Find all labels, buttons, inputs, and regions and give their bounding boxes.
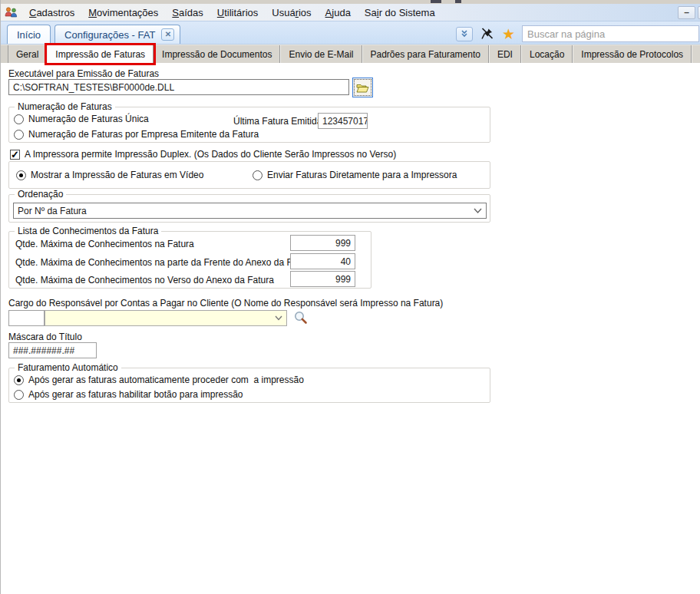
radio-faturamento-botao[interactable]: Após gerar as faturas habilitar botão pa… <box>14 389 243 400</box>
menu-movimentacoes[interactable]: Movimentações <box>81 5 165 20</box>
mascara-label: Máscara do Título <box>8 332 82 342</box>
menu-ajuda[interactable]: Ajuda <box>319 5 358 20</box>
radio-circle[interactable] <box>14 130 24 140</box>
radio-enviar-impressora[interactable]: Enviar Faturas Diretamente para a Impres… <box>253 170 457 180</box>
search-lookup-icon[interactable] <box>293 310 309 325</box>
qtde-frente-anexo-input[interactable]: 40 <box>290 253 355 269</box>
tab-configuracoes-label: Configurações - FAT <box>64 29 155 41</box>
tab-impressao-de-faturas[interactable]: Impressão de Faturas <box>47 45 154 63</box>
tab-envio-de-email[interactable]: Envio de E-Mail <box>280 45 362 63</box>
ordenacao-select[interactable]: Por Nº da Fatura <box>13 203 487 219</box>
tab-notas-fiscais-de-servico[interactable]: Notas Fiscais de Serviço <box>692 45 700 63</box>
radio-circle-selected[interactable] <box>14 375 24 385</box>
radio-circle-selected[interactable] <box>16 170 26 180</box>
menu-cadastros[interactable]: Cadastros <box>22 5 81 20</box>
tab-edi[interactable]: EDI <box>489 45 521 63</box>
duplex-checkbox-row[interactable]: ✓ A Impressora permite Impressão Duplex.… <box>10 149 396 160</box>
tab-padroes-para-faturamento[interactable]: Padrões para Faturamento <box>362 45 489 63</box>
minimize-button[interactable]: – <box>678 6 695 19</box>
search-input[interactable] <box>522 25 699 42</box>
faturamento-groupbox: Faturamento Automático Após gerar as fat… <box>8 368 490 403</box>
clipped-titlebar-text <box>455 0 461 3</box>
tab-impressao-de-documentos[interactable]: Impressão de Documentos <box>154 45 280 63</box>
radio-numeracao-unica[interactable]: Numeração de Faturas Única <box>14 114 149 124</box>
qtde-verso-anexo-input[interactable]: 999 <box>290 271 355 287</box>
cargo-codigo-input[interactable] <box>8 310 45 326</box>
tab-locacao[interactable]: Locação <box>521 45 573 63</box>
tab-inicio[interactable]: Início <box>7 25 51 44</box>
qtde-fatura-input[interactable]: 999 <box>290 235 355 251</box>
tab-impressao-de-protocolos[interactable]: Impressão de Protocolos <box>573 45 692 63</box>
radio-circle[interactable] <box>14 114 24 124</box>
users-icon <box>5 7 18 18</box>
radio-faturamento-automatico[interactable]: Após gerar as faturas automaticamente pr… <box>14 375 304 385</box>
application-window: Cadastros Movimentações Saídas Utilitári… <box>0 0 700 594</box>
settings-form: Executável para Emissão de Faturas C:\SO… <box>1 63 700 594</box>
browse-folder-button[interactable] <box>352 78 373 97</box>
tab-geral[interactable]: Geral <box>8 45 47 63</box>
qtde-verso-anexo-label: Qtde. Máxima de Conhecimentos no Verso d… <box>15 275 274 285</box>
mascara-input[interactable]: ###.######.## <box>8 342 97 358</box>
open-folder-icon <box>356 83 369 93</box>
ultima-fatura-label: Última Fatura Emitida <box>233 116 322 127</box>
tab-inicio-label: Início <box>17 29 41 41</box>
faturamento-title: Faturamento Automático <box>15 362 121 373</box>
menu-bar: Cadastros Movimentações Saídas Utilitári… <box>1 4 700 21</box>
saida-groupbox: Mostrar a Impressão de Faturas em Vídeo … <box>8 161 490 189</box>
menu-usuarios[interactable]: Usuários <box>265 5 318 20</box>
qtde-fatura-label: Qtde. Máxima de Conhecimentos na Fatura <box>15 239 194 249</box>
tab-configuracoes-fat[interactable]: Configurações - FAT ✕ <box>54 25 180 44</box>
menu-saidas[interactable]: Saídas <box>165 5 210 20</box>
executavel-input[interactable]: C:\SOFTRAN_TESTES\BF0000de.DLL <box>8 79 349 95</box>
unpin-icon[interactable] <box>480 26 495 41</box>
radio-numeracao-empresa[interactable]: Numeração de Faturas por Empresa Emitent… <box>14 129 259 140</box>
numeracao-groupbox: Numeração de Faturas Numeração de Fatura… <box>8 107 490 143</box>
chevron-down-icon <box>275 315 282 321</box>
menu-items: Cadastros Movimentações Saídas Utilitári… <box>22 5 442 20</box>
ordenacao-title: Ordenação <box>15 189 66 200</box>
executavel-label: Executável para Emissão de Faturas <box>8 68 159 79</box>
checkbox-checked[interactable]: ✓ <box>10 150 20 160</box>
window-buttons: – <box>678 6 700 19</box>
chevron-down-icon[interactable] <box>456 27 473 41</box>
radio-circle[interactable] <box>14 390 24 400</box>
duplex-label: A Impressora permite Impressão Duplex. (… <box>25 149 396 160</box>
settings-tabbar: Geral Impressão de Faturas Impressão de … <box>1 45 700 63</box>
close-icon[interactable]: ✕ <box>161 28 174 41</box>
favorite-star-icon[interactable]: ★ <box>502 27 515 41</box>
cargo-label: Cargo do Responsável por Contas a Pagar … <box>8 298 443 309</box>
ultima-fatura-input[interactable]: 123457017 <box>318 113 368 129</box>
radio-mostrar-video[interactable]: Mostrar a Impressão de Faturas em Vídeo <box>16 170 203 180</box>
numeracao-title: Numeração de Faturas <box>15 101 115 112</box>
radio-circle[interactable] <box>253 170 262 180</box>
lista-title: Lista de Conhecimentos da Fatura <box>15 226 161 236</box>
menu-utilitarios[interactable]: Utilitários <box>210 5 265 20</box>
chevron-down-icon <box>474 208 482 214</box>
clipped-titlebar-text <box>431 0 441 3</box>
lista-groupbox: Lista de Conhecimentos da Fatura Qtde. M… <box>8 231 371 289</box>
ordenacao-groupbox: Ordenação Por Nº da Fatura <box>8 194 490 223</box>
cargo-select[interactable] <box>45 310 287 326</box>
qtde-frente-anexo-label: Qtde. Máxima de Conhecimentos na parte d… <box>15 257 313 268</box>
document-tabstrip: Início Configurações - FAT ✕ ★ <box>1 21 700 45</box>
ordenacao-value: Por Nº da Fatura <box>18 206 87 216</box>
menu-sair-do-sistema[interactable]: Sair do Sistema <box>358 5 442 20</box>
